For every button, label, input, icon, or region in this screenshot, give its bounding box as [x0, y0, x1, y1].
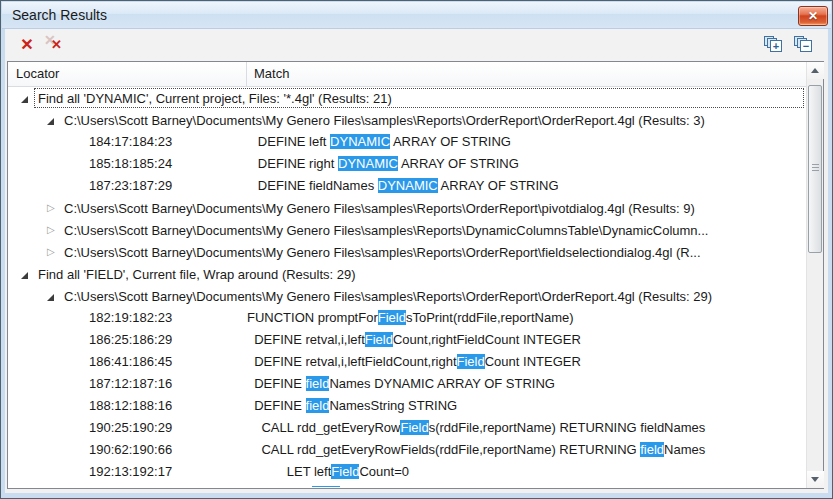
file-group-row[interactable]: ▷C:\Users\Scott Barney\Documents\My Gene… — [8, 241, 806, 263]
file-path-label: C:\Users\Scott Barney\Documents\My Gener… — [60, 242, 804, 262]
vertical-scrollbar[interactable] — [806, 62, 823, 488]
match-result-row[interactable]: 182:19:182:23FUNCTION promptForFieldsToP… — [8, 307, 806, 329]
collapsed-arrow-icon[interactable]: ▷ — [47, 197, 55, 219]
match-cell: DEFINE retval,i,leftFieldCount,rightFiel… — [247, 329, 581, 351]
match-highlight: Field — [457, 354, 485, 369]
match-highlight: field — [306, 398, 330, 413]
match-highlight: Field — [378, 310, 406, 325]
match-result-row[interactable]: 187:12:187:16 DEFINE fieldNames DYNAMIC … — [8, 373, 806, 395]
locator-cell: 187:12:187:16 — [89, 373, 172, 395]
scrollbar-grip-icon — [812, 164, 819, 165]
match-cell: LET leftFieldCount=0 — [247, 461, 409, 483]
match-cell: DEFINE fieldNamesString STRING — [247, 395, 457, 417]
locator-cell: 190:62:190:66 — [89, 439, 172, 461]
match-highlight: DYNAMIC — [330, 134, 390, 149]
collapsed-arrow-icon[interactable]: ▷ — [47, 241, 55, 263]
match-result-row[interactable]: 188:12:188:16 DEFINE fieldNamesString ST… — [8, 395, 806, 417]
remove-all-searches-button[interactable]: ✕ ✕ — [44, 34, 66, 56]
locator-cell: 186:41:186:45 — [89, 351, 172, 373]
match-result-row[interactable]: 184:17:184:23 DEFINE left DYNAMIC ARRAY … — [8, 131, 806, 153]
results-tree: Locator Match Find all 'DYNAMIC', Curren… — [7, 61, 824, 489]
window-title: Search Results — [12, 7, 107, 23]
match-result-row[interactable]: 190:25:190:29 CALL rdd_getEveryRowFields… — [8, 417, 806, 439]
collapse-all-button[interactable]: − — [793, 36, 813, 54]
close-button[interactable]: ✕ — [798, 6, 828, 26]
locator-cell: 190:25:190:29 — [89, 417, 172, 439]
match-highlight: field — [640, 442, 664, 457]
match-highlight: Field — [312, 486, 340, 487]
match-highlight: Field — [331, 464, 359, 479]
match-highlight: field — [306, 376, 330, 391]
scroll-up-icon — [811, 68, 819, 73]
locator-cell: 188:12:188:16 — [89, 395, 172, 417]
match-cell: DEFINE right DYNAMIC ARRAY OF STRING — [247, 153, 519, 175]
results-rows: Find all 'DYNAMIC', Current project, Fil… — [8, 87, 806, 488]
match-cell: Field — [247, 483, 340, 487]
tree-header: Locator Match — [8, 62, 806, 87]
match-highlight: Field — [400, 420, 428, 435]
locator-cell: 187:23:187:29 — [89, 175, 172, 197]
locator-cell: 182:19:182:23 — [89, 307, 172, 329]
column-header-match[interactable]: Match — [254, 66, 289, 81]
locator-cell: 184:17:184:23 — [89, 131, 172, 153]
expanded-arrow-icon[interactable] — [21, 96, 28, 103]
match-result-row[interactable]: 186:41:186:45 DEFINE retval,i,leftFieldC… — [8, 351, 806, 373]
expand-all-button[interactable]: + — [763, 36, 783, 54]
match-cell: DEFINE retval,i,leftFieldCount,rightFiel… — [247, 351, 581, 373]
close-icon: ✕ — [808, 9, 818, 23]
title-bar: Search Results ✕ — [2, 2, 831, 29]
file-group-row[interactable]: ▷C:\Users\Scott Barney\Documents\My Gene… — [8, 197, 806, 219]
search-results-window: Search Results ✕ ✕ ✕ ✕ + − — [0, 0, 833, 499]
match-cell: DEFINE left DYNAMIC ARRAY OF STRING — [247, 131, 511, 153]
match-cell: DEFINE fieldNames DYNAMIC ARRAY OF STRIN… — [247, 373, 555, 395]
file-path-label: C:\Users\Scott Barney\Documents\My Gener… — [60, 220, 804, 240]
remove-search-button[interactable]: ✕ — [16, 34, 38, 56]
expanded-arrow-icon[interactable] — [47, 118, 54, 125]
scrollbar-thumb[interactable] — [808, 85, 822, 253]
file-group-row[interactable]: C:\Users\Scott Barney\Documents\My Gener… — [8, 109, 806, 131]
match-result-row[interactable]: 192:13:192:17 LET leftFieldCount=0 — [8, 461, 806, 483]
search-group-row[interactable]: Find all 'FIELD', Current file, Wrap aro… — [8, 263, 806, 285]
match-result-row[interactable]: 190:62:190:66 CALL rdd_getEveryRowFields… — [8, 439, 806, 461]
locator-cell: 185:18:185:24 — [89, 153, 172, 175]
file-group-row[interactable]: C:\Users\Scott Barney\Documents\My Gener… — [8, 285, 806, 307]
file-path-label: C:\Users\Scott Barney\Documents\My Gener… — [60, 198, 804, 218]
match-cell: CALL rdd_getEveryRowFields(rddFile,repor… — [247, 417, 705, 439]
toolbar: ✕ ✕ ✕ + − — [6, 29, 827, 61]
expand-all-icon: + — [770, 40, 782, 52]
match-cell: DEFINE fieldNames DYNAMIC ARRAY OF STRIN… — [247, 175, 559, 197]
match-cell: CALL rdd_getEveryRowFields(rddFile,repor… — [247, 439, 705, 461]
file-path-label: C:\Users\Scott Barney\Documents\My Gener… — [60, 286, 804, 306]
file-path-label: C:\Users\Scott Barney\Documents\My Gener… — [60, 110, 804, 130]
search-summary-label: Find all 'DYNAMIC', Current project, Fil… — [34, 88, 804, 108]
remove-search-icon: ✕ — [16, 34, 38, 56]
expanded-arrow-icon[interactable] — [47, 294, 54, 301]
locator-cell: 186:25:186:29 — [89, 329, 172, 351]
search-summary-label: Find all 'FIELD', Current file, Wrap aro… — [34, 264, 804, 284]
search-group-row[interactable]: Find all 'DYNAMIC', Current project, Fil… — [8, 87, 806, 109]
locator-cell: 192:13:192:17 — [89, 461, 172, 483]
match-highlight: DYNAMIC — [338, 156, 398, 171]
column-header-locator[interactable]: Locator — [16, 66, 59, 81]
file-group-row[interactable]: ▷C:\Users\Scott Barney\Documents\My Gene… — [8, 219, 806, 241]
match-result-row[interactable]: 186:25:186:29 DEFINE retval,i,leftFieldC… — [8, 329, 806, 351]
match-cell: FUNCTION promptForFieldsToPrint(rddFile,… — [247, 307, 574, 329]
collapse-all-icon: − — [800, 40, 812, 52]
column-divider[interactable] — [246, 62, 247, 86]
expanded-arrow-icon[interactable] — [21, 272, 28, 279]
scroll-up-button[interactable] — [807, 62, 824, 79]
clipped-result-row[interactable]: Field — [8, 483, 806, 487]
scroll-down-button[interactable] — [807, 471, 824, 488]
match-result-row[interactable]: 187:23:187:29 DEFINE fieldNames DYNAMIC … — [8, 175, 806, 197]
scroll-down-icon — [811, 477, 819, 482]
match-highlight: DYNAMIC — [378, 178, 438, 193]
collapsed-arrow-icon[interactable]: ▷ — [47, 219, 55, 241]
match-highlight: Field — [365, 332, 393, 347]
match-result-row[interactable]: 185:18:185:24 DEFINE right DYNAMIC ARRAY… — [8, 153, 806, 175]
